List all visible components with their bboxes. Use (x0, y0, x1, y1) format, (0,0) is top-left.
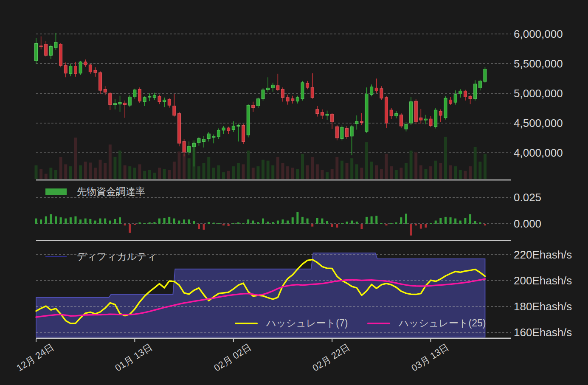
funding-bar (124, 224, 126, 226)
candle-body (444, 98, 447, 118)
candle-body (133, 90, 136, 97)
funding-bar (247, 219, 249, 224)
funding-bar (163, 218, 166, 224)
funding-bar (70, 217, 72, 224)
hashrate-axis-label: 160Ehash/s (514, 326, 572, 339)
volume-bar (469, 166, 472, 179)
hashrate7-legend-item[interactable]: ハッシュレート(7) (235, 317, 348, 330)
funding-bar (346, 222, 348, 224)
funding-bar (35, 219, 37, 224)
volume-bar (79, 165, 82, 179)
candle-body (192, 143, 195, 147)
candle-body (306, 83, 309, 87)
funding-bar (415, 224, 417, 226)
funding-bar (40, 219, 42, 224)
volume-bar (54, 170, 57, 179)
funding-bar (188, 219, 190, 224)
volume-bar (444, 137, 447, 179)
candle-body (54, 42, 57, 48)
funding-bar (198, 224, 200, 229)
candle-body (400, 115, 402, 126)
funding-bar (450, 217, 452, 224)
difficulty-legend[interactable]: ディフィカルティ (45, 250, 157, 263)
volume-bar (429, 166, 432, 179)
volume-bar (183, 154, 186, 179)
candle-body (256, 99, 259, 106)
funding-bar (479, 222, 481, 224)
candle-body (311, 87, 314, 98)
funding-bar (351, 221, 353, 224)
candle-body (439, 111, 442, 115)
volume-bar (252, 168, 255, 179)
candle-body (350, 126, 353, 136)
funding-bar (222, 224, 225, 226)
hashrate-axis-label: 180Ehash/s (514, 300, 572, 313)
candle-body (365, 94, 368, 131)
candle-body (355, 121, 358, 124)
volume-bar (237, 163, 240, 179)
funding-bar (94, 221, 96, 224)
candle-body (59, 44, 62, 65)
candle-body (326, 114, 329, 115)
funding-bar (454, 219, 456, 224)
volume-bar (138, 164, 141, 179)
funding-bar (79, 219, 82, 224)
volume-bar (177, 152, 180, 179)
candle-body (395, 114, 398, 116)
volume-bar (128, 166, 131, 179)
volume-bar (222, 172, 225, 179)
candle-body (242, 126, 245, 142)
candle-body (39, 46, 42, 47)
funding-bar (331, 224, 333, 227)
funding-bar (395, 222, 397, 224)
volume-bar (84, 162, 87, 179)
candle-body (128, 97, 131, 105)
funding-bar (311, 224, 313, 227)
candle-body (474, 84, 477, 99)
candle-body (281, 89, 284, 98)
funding-bar (139, 222, 141, 224)
funding-bar (158, 219, 160, 224)
funding-bar (405, 214, 407, 224)
funding-bar (277, 221, 279, 224)
funding-bar (385, 224, 388, 226)
volume-bar (227, 171, 230, 179)
funding-bar (50, 214, 52, 224)
funding-bar (257, 222, 259, 224)
volume-bar (281, 163, 284, 179)
price-axis-label: 4,000,000 (514, 146, 563, 159)
funding-bar (420, 224, 422, 229)
candle-body (429, 119, 432, 125)
price-axis-label: 6,000,000 (514, 28, 563, 40)
funding-bar (134, 224, 136, 225)
volume-bar (291, 168, 294, 179)
volume-bar (360, 168, 363, 179)
funding-bar (464, 218, 466, 224)
volume-bar (370, 162, 373, 179)
hashrate25-legend-item[interactable]: ハッシュレート(25) (367, 317, 486, 330)
candle-body (227, 128, 230, 131)
funding-legend[interactable]: 先物資金調達率 (45, 185, 145, 198)
volume-bar (410, 151, 413, 179)
funding-bar (153, 222, 155, 224)
funding-bar (316, 218, 318, 224)
volume-bar (232, 166, 235, 179)
candle-body (138, 89, 141, 101)
volume-bar (400, 168, 402, 179)
candle-body (203, 139, 205, 142)
candle-body (316, 110, 319, 114)
price-axis-label: 5,500,000 (514, 57, 563, 70)
candle-body (459, 91, 462, 94)
candle-body (217, 130, 220, 137)
funding-bar (301, 217, 304, 224)
funding-bar (360, 224, 363, 229)
funding-bar (307, 219, 309, 224)
volume-bar (484, 154, 487, 179)
candle-body (478, 81, 481, 88)
candle-body (291, 99, 294, 101)
volume-bar (301, 154, 304, 179)
candle-body (197, 138, 200, 143)
volume-bar (454, 166, 457, 179)
volume-bar (173, 162, 176, 179)
hashrate-legend: ハッシュレート(7) ハッシュレート(25) (235, 317, 486, 330)
